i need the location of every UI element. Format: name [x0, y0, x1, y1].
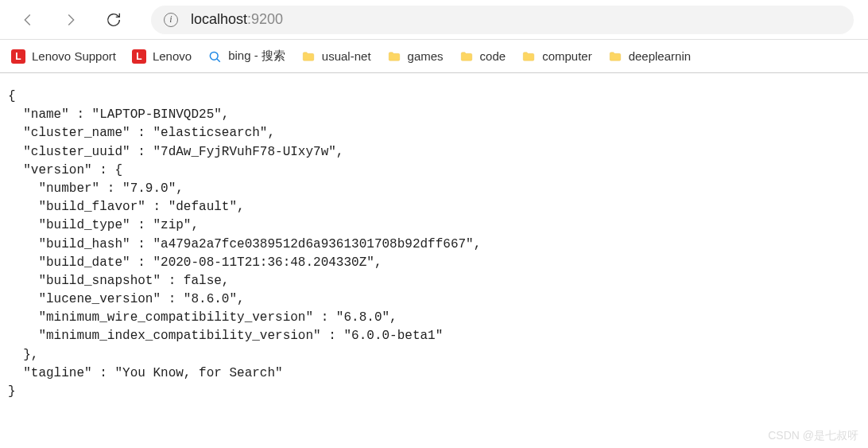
- bookmark-label: deeplearnin: [629, 49, 691, 63]
- bookmark-deeplearning[interactable]: deeplearnin: [608, 49, 691, 64]
- url-port: :9200: [247, 11, 283, 28]
- bookmark-lenovo[interactable]: L Lenovo: [132, 49, 192, 64]
- bookmark-label: code: [480, 49, 506, 63]
- folder-icon: [521, 49, 536, 64]
- bookmark-label: computer: [542, 49, 592, 63]
- bookmark-label: usual-net: [322, 49, 371, 63]
- json-response-body: { "name" : "LAPTOP-BINVQD25", "cluster_n…: [0, 73, 868, 415]
- bookmark-code[interactable]: code: [459, 49, 506, 64]
- forward-button[interactable]: [57, 6, 84, 33]
- bing-icon: [207, 49, 222, 64]
- bookmark-lenovo-support[interactable]: L Lenovo Support: [11, 49, 116, 64]
- site-info-icon[interactable]: i: [164, 13, 178, 27]
- refresh-button[interactable]: [100, 6, 127, 33]
- folder-icon: [459, 49, 474, 64]
- lenovo-icon: L: [132, 49, 146, 64]
- svg-point-0: [211, 52, 219, 60]
- bookmark-bing[interactable]: bing - 搜索: [207, 49, 285, 64]
- bookmark-label: bing - 搜索: [228, 49, 285, 64]
- folder-icon: [608, 49, 622, 64]
- folder-icon: [387, 49, 401, 64]
- browser-toolbar: i localhost:9200: [0, 0, 868, 40]
- bookmark-games[interactable]: games: [387, 49, 444, 64]
- lenovo-icon: L: [11, 49, 25, 64]
- back-button[interactable]: [14, 6, 41, 33]
- bookmark-usual-net[interactable]: usual-net: [301, 49, 371, 64]
- bookmark-label: Lenovo Support: [32, 49, 116, 63]
- svg-line-1: [217, 59, 220, 62]
- folder-icon: [301, 49, 316, 64]
- bookmark-computer[interactable]: computer: [521, 49, 592, 64]
- url-domain: localhost: [191, 11, 247, 28]
- bookmark-label: Lenovo: [153, 49, 192, 63]
- bookmarks-bar: L Lenovo Support L Lenovo bing - 搜索 usua…: [0, 40, 868, 73]
- address-bar[interactable]: i localhost:9200: [151, 6, 854, 34]
- bookmark-label: games: [408, 49, 444, 63]
